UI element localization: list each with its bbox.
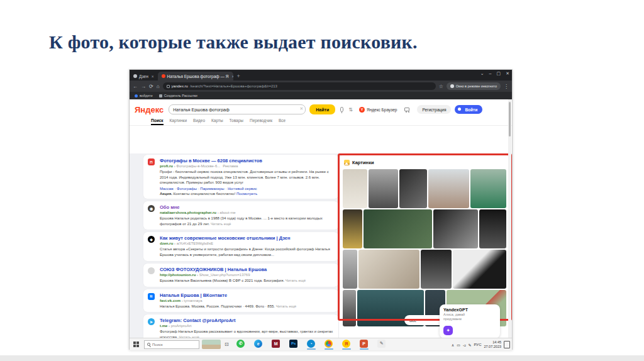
mail-icon[interactable]: M — [272, 340, 280, 348]
notification-center-icon[interactable] — [504, 341, 510, 348]
search-settings-icon[interactable]: ⇅ — [348, 107, 353, 113]
tray-chevron-icon[interactable]: ∧ — [452, 343, 454, 347]
taskbar-app[interactable]: Ps — [287, 340, 301, 350]
read-more-link[interactable]: Читать ещё — [211, 222, 231, 226]
bookmark-star-icon[interactable]: ☆ — [439, 84, 443, 89]
taskbar-search-input[interactable] — [152, 343, 190, 347]
home-icon[interactable]: ⌂ — [157, 84, 160, 89]
search-input[interactable] — [169, 104, 306, 114]
yandex-browser-icon[interactable]: Я — [342, 340, 350, 348]
page-scrollbar[interactable] — [508, 99, 511, 338]
promo-link[interactable]: Посмотреть — [236, 192, 257, 196]
image-thumbnail[interactable] — [479, 209, 506, 248]
result-title-link[interactable]: Как живут современные московские отшельн… — [160, 235, 333, 241]
image-thumbnail[interactable] — [453, 250, 506, 289]
display-icon[interactable]: ▭ — [457, 343, 460, 347]
minimize-button[interactable]: – — [489, 71, 492, 76]
read-more-link[interactable]: Читать ещё — [286, 279, 306, 282]
register-button[interactable]: Регистрация — [417, 105, 451, 114]
edge-icon[interactable]: e — [254, 340, 262, 348]
image-thumbnail[interactable] — [343, 290, 356, 326]
whatsapp-icon[interactable]: ✆ — [236, 340, 245, 348]
tab-goods[interactable]: Товары — [230, 118, 243, 125]
news-widget-thumbnail[interactable] — [202, 340, 221, 349]
tab-search-icon[interactable]: ⌄ — [480, 71, 484, 76]
taskbar-app[interactable]: ✎ — [375, 340, 389, 350]
result-title-link[interactable]: СОЮЗ ФОТОХУДОЖНИКОВ | Наталья Ершова — [160, 267, 333, 272]
tab-close-icon[interactable]: × — [231, 74, 233, 79]
address-bar[interactable]: yandex.ru /search/?text=Наталья+Ершова+ф… — [163, 82, 436, 90]
image-thumbnail[interactable] — [343, 209, 362, 248]
result-title-link[interactable]: Наталья Ершова | ВКонтакте — [160, 292, 333, 298]
maximize-button[interactable]: ▢ — [497, 71, 501, 76]
taskbar-app[interactable] — [322, 340, 336, 350]
tab-video[interactable]: Видео — [193, 118, 205, 125]
result-sublinks[interactable]: Массаж · Фотографы · Парикмахеры · Ногте… — [160, 187, 333, 191]
images-panel-header[interactable]: Картинки — [344, 160, 506, 165]
result-url[interactable]: profi.ru › Фотографы-в-Москве-6...Реклам… — [160, 164, 333, 168]
tab-all[interactable]: Все — [279, 118, 286, 125]
clear-search-icon[interactable]: ✕ — [299, 106, 303, 111]
image-thumbnail[interactable] — [343, 250, 357, 289]
pen-icon[interactable]: ✎ — [468, 343, 471, 347]
task-view-icon[interactable]: ⊡ — [225, 342, 229, 347]
language-indicator[interactable]: РУС — [474, 343, 481, 347]
browser-tab-active[interactable]: Наталья Ершова фотограф — Я × — [158, 72, 233, 81]
result-title-link[interactable]: Обо мне — [160, 204, 333, 210]
close-button[interactable]: ✕ — [506, 71, 509, 76]
image-thumbnail[interactable] — [428, 169, 469, 208]
result-url[interactable]: t.me › proArtproArt — [160, 324, 333, 328]
taskbar-app[interactable]: e — [252, 340, 265, 350]
forward-icon[interactable]: → — [141, 84, 146, 89]
browser-tab-dzen[interactable]: Дзен × — [130, 72, 158, 81]
tab-close-icon[interactable]: × — [152, 74, 154, 79]
taskbar-app[interactable]: P — [357, 340, 371, 350]
photoshop-icon[interactable]: Ps — [289, 340, 297, 348]
browser-menu-icon[interactable]: ⋮ — [504, 84, 509, 89]
back-icon[interactable]: ← — [133, 84, 138, 89]
taskbar-app[interactable]: ✆ — [234, 340, 248, 350]
voice-search-icon[interactable] — [340, 107, 343, 112]
clock[interactable]: 14:45 27.07.2023 — [484, 340, 501, 348]
result-title-link[interactable]: Telegram: Contact @proArtproArt — [160, 318, 333, 323]
paint-icon[interactable]: ✎ — [377, 340, 386, 348]
read-more-link[interactable]: Читать ещё — [276, 304, 296, 308]
image-thumbnail[interactable] — [343, 169, 367, 208]
yandex-logo[interactable]: Яндекс — [135, 105, 164, 114]
result-url[interactable]: dzen.ru › a/XzKxETE9WgbdIsE — [160, 242, 333, 245]
yandex-browser-promo[interactable]: Y Яндекс Браузер — [359, 107, 397, 113]
taskbar-app[interactable]: M — [269, 340, 283, 350]
search-button[interactable]: Найти — [309, 104, 335, 114]
yandexgpt-card[interactable]: YandexGPT Алиса, давай придумаем ✦ — [440, 304, 500, 338]
bookmark-item[interactable]: Создатель Рассылки — [159, 94, 197, 97]
result-url[interactable]: fast.vk.com › tymannaya — [160, 299, 333, 303]
yandex-disk-icon[interactable]: ◔ — [307, 340, 315, 348]
tab-maps[interactable]: Карты — [211, 118, 223, 125]
login-button[interactable]: Войти — [455, 105, 482, 114]
volume-icon[interactable]: ◅ — [463, 343, 466, 347]
image-thumbnail[interactable] — [364, 209, 432, 248]
reload-icon[interactable]: ⟳ — [149, 84, 153, 89]
tab-translate[interactable]: Переводчик — [250, 118, 272, 125]
result-url[interactable]: nataliaershova.photographer.ru › about-m… — [160, 211, 333, 214]
image-thumbnail[interactable] — [399, 169, 427, 208]
new-tab-button[interactable]: + — [237, 73, 240, 79]
scrollbar-thumb[interactable] — [509, 102, 511, 136]
taskbar-app[interactable]: ◔ — [304, 340, 318, 350]
image-thumbnail[interactable] — [358, 250, 419, 289]
image-thumbnail[interactable] — [433, 209, 477, 248]
image-thumbnail[interactable] — [369, 169, 398, 208]
image-thumbnail[interactable] — [470, 169, 506, 208]
taskbar-search[interactable] — [144, 340, 199, 349]
tab-search[interactable]: Поиск — [151, 118, 164, 125]
chrome-icon[interactable] — [325, 340, 333, 348]
start-button[interactable] — [133, 342, 140, 348]
result-url[interactable]: http://photounion.ru › Show_User.php?unu… — [160, 273, 333, 277]
powerpoint-icon[interactable]: P — [360, 340, 368, 348]
result-title-link[interactable]: Фотографы в Москве — 6208 специалистов — [160, 158, 333, 164]
taskbar-app[interactable]: Я — [340, 340, 353, 350]
bookmark-item[interactable]: войдите — [135, 94, 153, 97]
tab-images[interactable]: Картинки — [170, 118, 187, 125]
image-thumbnail[interactable] — [421, 250, 452, 289]
cart-icon[interactable] — [404, 108, 409, 111]
